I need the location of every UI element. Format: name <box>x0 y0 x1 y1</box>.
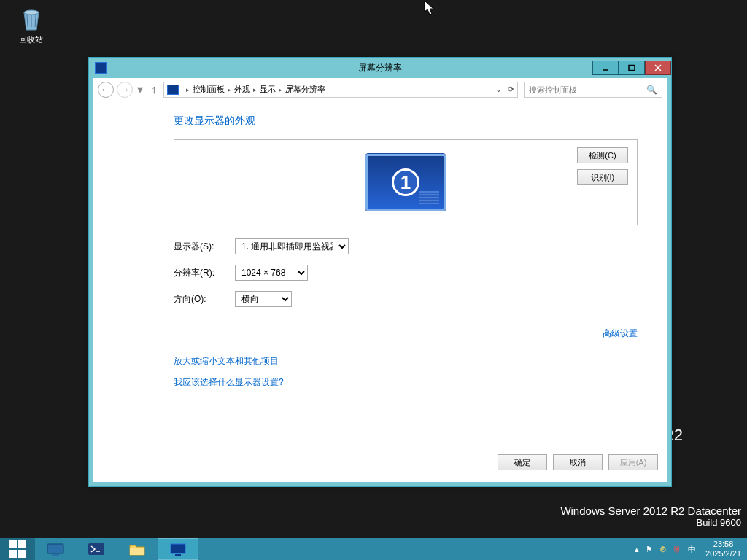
titlebar[interactable]: 屏幕分辨率 <box>89 58 671 78</box>
taskbar-explorer[interactable] <box>117 538 158 560</box>
svg-rect-5 <box>47 544 63 553</box>
tray-overflow-icon[interactable]: ▴ <box>635 545 639 554</box>
minimize-button[interactable] <box>592 61 619 75</box>
cancel-button[interactable]: 取消 <box>553 454 603 470</box>
svg-rect-10 <box>175 554 181 556</box>
identify-button[interactable]: 识别(I) <box>577 169 628 185</box>
clock[interactable]: 23:58 2025/2/21 <box>705 540 741 559</box>
desktop-icon-recycle-bin[interactable]: 回收站 <box>11 4 51 45</box>
network-icon[interactable]: ⚙ <box>659 545 667 554</box>
page-heading: 更改显示器的外观 <box>174 114 638 128</box>
history-dropdown[interactable]: ▾ <box>136 82 144 96</box>
back-button[interactable]: ← <box>98 82 114 98</box>
control-panel-icon <box>167 85 179 95</box>
recycle-bin-icon <box>17 4 46 33</box>
orientation-label: 方向(O): <box>174 293 235 306</box>
address-dropdown-icon[interactable]: ⌄ <box>495 85 502 94</box>
taskbar: ▴ ⚑ ⚙ ⛨ 中 23:58 2025/2/21 <box>0 538 747 560</box>
resolution-window: 屏幕分辨率 ← → ▾ ↑ ▸ 控制面板 ▸ 外观 ▸ 显示 <box>88 57 672 487</box>
svg-rect-9 <box>171 544 185 553</box>
monitor-1[interactable]: 1 <box>365 154 446 211</box>
breadcrumb-control-panel[interactable]: 控制面板 <box>193 84 225 95</box>
os-watermark: Windows Server 2012 R2 Datacenter Build … <box>560 505 741 528</box>
windows-logo-icon <box>9 540 26 558</box>
start-button[interactable] <box>0 538 35 560</box>
maximize-button[interactable] <box>619 61 645 75</box>
taskbar-display-settings[interactable] <box>158 538 198 560</box>
search-input[interactable] <box>529 85 646 94</box>
advanced-settings-link[interactable]: 高级设置 <box>603 328 638 338</box>
svg-rect-8 <box>130 548 144 555</box>
security-icon[interactable]: ⛨ <box>673 545 681 553</box>
breadcrumb-appearance[interactable]: 外观 <box>234 84 250 95</box>
display-label: 显示器(S): <box>174 241 235 253</box>
display-select[interactable]: 1. 通用非即插即用监视器 <box>235 238 349 254</box>
breadcrumb-display[interactable]: 显示 <box>260 84 276 95</box>
taskbar-powershell[interactable] <box>76 538 117 560</box>
svg-rect-7 <box>88 543 104 555</box>
refresh-icon[interactable]: ⟳ <box>508 85 514 94</box>
which-display-link[interactable]: 我应该选择什么显示器设置? <box>174 376 638 389</box>
recycle-bin-label: 回收站 <box>11 34 51 45</box>
resolution-select[interactable]: 747 × 560 <box>235 265 308 281</box>
address-bar[interactable]: ▸ 控制面板 ▸ 外观 ▸ 显示 ▸ 屏幕分辨率 ⌄ ⟳ <box>163 82 518 98</box>
taskbar-server-manager[interactable] <box>35 538 76 560</box>
monitor-preview: 1 检测(C) 识别(I) <box>174 139 638 225</box>
clock-date: 2025/2/21 <box>705 549 741 559</box>
ime-indicator[interactable]: 中 <box>688 544 696 555</box>
svg-point-0 <box>24 10 39 15</box>
svg-rect-2 <box>629 65 635 70</box>
search-icon[interactable]: 🔍 <box>646 85 657 95</box>
apply-button[interactable]: 应用(A) <box>608 454 658 470</box>
text-size-link[interactable]: 放大或缩小文本和其他项目 <box>174 355 638 368</box>
monitor-number: 1 <box>392 168 419 196</box>
detect-button[interactable]: 检测(C) <box>577 147 628 163</box>
up-button[interactable]: ↑ <box>147 83 160 96</box>
close-button[interactable] <box>645 61 671 75</box>
orientation-select[interactable]: 横向 <box>235 291 292 307</box>
breadcrumb-resolution[interactable]: 屏幕分辨率 <box>285 84 325 95</box>
search-box[interactable]: 🔍 <box>524 82 662 98</box>
forward-button[interactable]: → <box>117 82 133 98</box>
window-icon <box>95 62 107 74</box>
clock-time: 23:58 <box>705 540 741 549</box>
resolution-label: 分辨率(R): <box>174 267 235 279</box>
nav-bar: ← → ▾ ↑ ▸ 控制面板 ▸ 外观 ▸ 显示 ▸ 屏幕分辨率 ⌄ ⟳ <box>93 78 667 101</box>
ok-button[interactable]: 确定 <box>498 454 547 470</box>
flag-icon[interactable]: ⚑ <box>646 545 653 554</box>
svg-rect-6 <box>52 554 59 556</box>
window-title: 屏幕分辨率 <box>358 62 402 74</box>
